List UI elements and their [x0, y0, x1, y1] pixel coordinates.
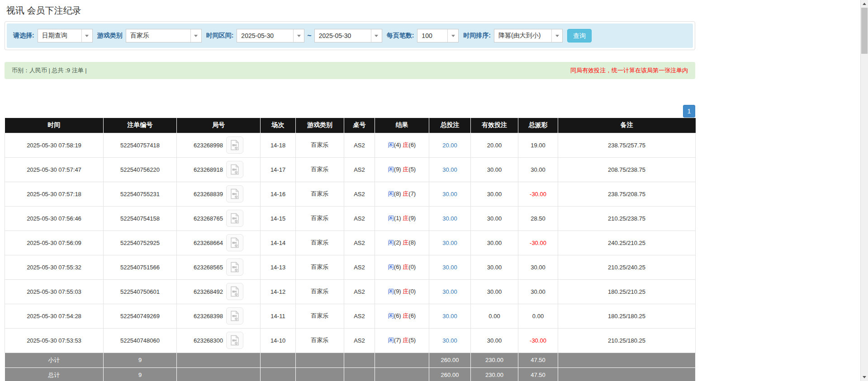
date-from-select[interactable]: 2025-05-30	[237, 29, 304, 42]
result-banker-label: 庄	[403, 312, 408, 319]
cell-game-type: 百家乐	[296, 157, 344, 182]
cell-valid-bet: 30.00	[471, 157, 518, 182]
currency-total-text: 币别：人民币 | 总共 :9 注单 |	[12, 66, 87, 75]
cell-session: 14-11	[261, 304, 296, 328]
cell-time: 2025-05-30 07:57:47	[5, 157, 104, 182]
main-content: 视讯 会员下注纪录 请选择: 日期查询 游戏类别 百家乐 时间区间: 2025-…	[5, 0, 695, 381]
total-bet-link[interactable]: 30.00	[442, 313, 457, 320]
chevron-down-icon[interactable]	[371, 29, 382, 42]
video-file-icon	[230, 140, 240, 151]
cell-total-bet: 30.00	[429, 279, 471, 304]
column-header: 桌号	[344, 118, 375, 133]
cell-time: 2025-05-30 07:57:18	[5, 182, 104, 206]
table-row: 2025-05-30 07:57:47522540756220623268918…	[5, 157, 696, 182]
time-sort-select[interactable]: 降冪(由大到小)	[494, 29, 563, 42]
total-bet-link[interactable]: 30.00	[442, 215, 457, 222]
table-row: 2025-05-30 07:57:18522540755231623268839…	[5, 182, 696, 206]
cell-time: 2025-05-30 07:55:32	[5, 255, 104, 279]
total-bet-link[interactable]: 30.00	[442, 337, 457, 344]
total-bet-link[interactable]: 30.00	[442, 288, 457, 295]
scroll-up-icon	[863, 3, 866, 5]
table-header-row: 时间注单编号局号场次游戏类别桌号结果总投注有效投注总派彩备注	[5, 118, 696, 133]
cell-time: 2025-05-30 07:56:46	[5, 206, 104, 230]
chevron-down-icon[interactable]	[81, 29, 92, 42]
total-bet-link[interactable]: 30.00	[442, 191, 457, 198]
cell-valid-bet: 30.00	[471, 255, 518, 279]
result-banker-label: 庄	[403, 141, 408, 148]
cell-bet-id: 522540755231	[104, 182, 177, 206]
subtotal-label: 小计	[5, 353, 104, 367]
total-bet-link[interactable]: 30.00	[442, 264, 457, 271]
scroll-up-button[interactable]	[861, 0, 868, 8]
column-header: 时间	[5, 118, 104, 133]
page-size-select[interactable]: 100	[417, 29, 459, 42]
result-player-label: 闲	[388, 337, 394, 343]
video-replay-button[interactable]	[226, 283, 243, 300]
chevron-down-icon[interactable]	[551, 29, 562, 42]
cell-game-type: 百家乐	[296, 230, 344, 255]
round-number: 623268664	[194, 240, 223, 246]
result-player-score: (2)	[394, 239, 401, 246]
chevron-down-icon[interactable]	[447, 29, 458, 42]
round-number: 623268839	[194, 191, 223, 198]
video-file-icon	[230, 213, 240, 224]
page-button-1[interactable]: 1	[683, 105, 695, 118]
scroll-down-button[interactable]	[861, 373, 868, 381]
cell-bet-id: 522540749269	[104, 304, 177, 328]
cell-game-type: 百家乐	[296, 328, 344, 353]
vertical-scrollbar[interactable]	[860, 0, 868, 381]
game-type-select[interactable]: 百家乐	[126, 29, 202, 42]
cell-bet-id: 522540750601	[104, 279, 177, 304]
video-replay-button[interactable]	[226, 332, 243, 349]
table-body: 2025-05-30 07:58:19522540757418623268998…	[5, 133, 696, 353]
result-player-score: (1)	[394, 215, 401, 221]
pagination: 1	[5, 105, 695, 118]
video-replay-button[interactable]	[226, 259, 243, 276]
query-type-value: 日期查询	[38, 29, 81, 42]
scroll-down-icon	[863, 376, 866, 378]
video-file-icon	[230, 188, 240, 199]
subtotal-count: 9	[104, 353, 177, 367]
scrollbar-thumb[interactable]	[861, 8, 868, 54]
total-bet-link[interactable]: 30.00	[442, 240, 457, 246]
cell-bet-id: 522540751566	[104, 255, 177, 279]
video-replay-button[interactable]	[226, 161, 243, 178]
chevron-down-icon[interactable]	[293, 29, 304, 42]
chevron-down-icon[interactable]	[190, 29, 201, 42]
cell-result: 闲(9) 庄(5)	[375, 157, 429, 182]
result-banker-score: (0)	[408, 263, 416, 270]
game-type-value: 百家乐	[126, 29, 190, 42]
video-replay-button[interactable]	[226, 234, 243, 251]
cell-result: 闲(9) 庄(0)	[375, 279, 429, 304]
cell-bet-id: 522540756220	[104, 157, 177, 182]
total-bet-link[interactable]: 30.00	[442, 166, 457, 173]
cell-session: 14-15	[261, 206, 296, 230]
cell-note: 210.25/238.75	[558, 206, 696, 230]
video-replay-button[interactable]	[226, 210, 243, 227]
video-replay-button[interactable]	[226, 307, 243, 325]
cell-round-id: 623268839	[177, 182, 261, 206]
query-type-select[interactable]: 日期查询	[38, 29, 93, 42]
time-range-label: 时间区间:	[206, 32, 234, 40]
result-banker-score: (9)	[408, 215, 416, 221]
result-banker-score: (8)	[408, 239, 416, 246]
column-header: 总派彩	[518, 118, 558, 133]
cell-table-id: AS2	[344, 328, 375, 353]
cell-payout: -30.00	[518, 230, 558, 255]
cell-table-id: AS2	[344, 206, 375, 230]
time-sort-label: 时间排序:	[463, 32, 491, 40]
cell-table-id: AS2	[344, 157, 375, 182]
cell-table-id: AS2	[344, 230, 375, 255]
table-row: 2025-05-30 07:53:53522540748060623268300…	[5, 328, 696, 353]
subtotal-valid-bet: 230.00	[471, 353, 518, 367]
date-to-select[interactable]: 2025-05-30	[314, 29, 382, 42]
cell-table-id: AS2	[344, 304, 375, 328]
result-player-label: 闲	[388, 288, 394, 295]
cell-result: 闲(8) 庄(7)	[375, 182, 429, 206]
cell-total-bet: 30.00	[429, 255, 471, 279]
search-button[interactable]: 查询	[567, 29, 592, 42]
video-replay-button[interactable]	[226, 185, 243, 202]
video-replay-button[interactable]	[226, 136, 243, 154]
total-bet-link[interactable]: 20.00	[442, 142, 457, 149]
cell-round-id: 623268300	[177, 328, 261, 353]
